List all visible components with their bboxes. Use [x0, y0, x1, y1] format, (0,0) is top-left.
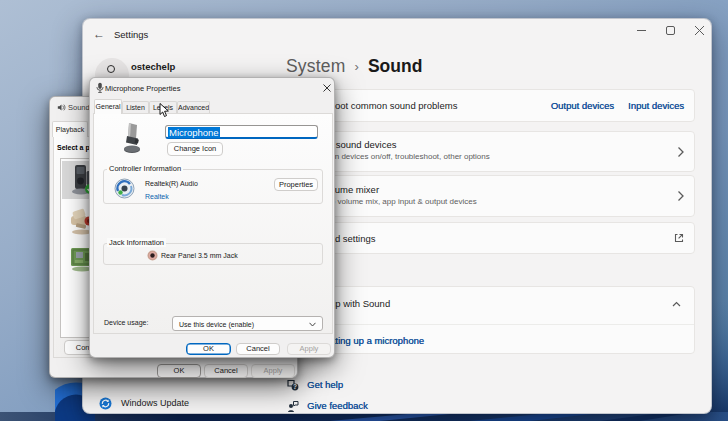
give-feedback-label: Give feedback — [307, 400, 368, 411]
volume-mixer-subtitle: App volume mix, app input & output devic… — [321, 197, 477, 206]
microphone-properties-dialog: Microphone Properties General Listen Lev… — [89, 77, 335, 358]
external-link-icon — [674, 233, 684, 243]
card-all-sound-devices[interactable]: All sound devices Turn devices on/off, t… — [286, 131, 695, 172]
divider — [287, 324, 694, 325]
realtek-link[interactable]: Realtek — [145, 193, 169, 200]
card-help-with-sound: Help with Sound Setting up a microphone — [286, 286, 695, 354]
device-usage-value: Use this device (enable) — [179, 321, 254, 328]
maximize-icon — [666, 26, 675, 35]
minimize-button[interactable] — [628, 21, 654, 39]
sound-ok-button[interactable]: OK — [157, 364, 201, 378]
mic-cancel-button[interactable]: Cancel — [236, 343, 280, 355]
mic-apply-button[interactable]: Apply — [287, 343, 331, 355]
windows-update-icon — [99, 397, 112, 410]
sound-dialog-title: Sound — [68, 103, 90, 112]
minimize-icon — [637, 26, 646, 35]
mouse-cursor — [159, 103, 170, 119]
account-name: ostechelp — [131, 61, 175, 72]
sound-cancel-button[interactable]: Cancel — [204, 364, 248, 378]
chevron-down-icon — [309, 322, 316, 327]
microphone-device-image — [122, 122, 144, 155]
change-icon-button[interactable]: Change Icon — [167, 142, 223, 156]
general-tab-page: Microphone Change Icon Controller Inform… — [93, 113, 333, 334]
give-feedback-link[interactable]: Give feedback — [285, 398, 435, 414]
device-usage-label: Device usage: — [104, 319, 148, 326]
back-button[interactable]: ← — [91, 27, 107, 41]
breadcrumb-separator-icon: › — [355, 59, 359, 74]
get-help-icon: ? — [287, 379, 299, 391]
windows-update-label: Windows Update — [121, 398, 189, 408]
sidebar-item-windows-update[interactable]: Windows Update — [99, 396, 229, 412]
svg-text:?: ? — [293, 383, 297, 390]
breadcrumb: System › Sound — [286, 54, 422, 78]
get-help-link[interactable]: ? Get help — [285, 377, 435, 393]
chevron-up-icon[interactable] — [672, 301, 681, 307]
close-icon — [695, 26, 704, 35]
breadcrumb-system[interactable]: System — [286, 56, 346, 77]
give-feedback-icon — [287, 400, 299, 412]
jack-information-label: Jack Information — [107, 238, 166, 247]
chevron-right-icon — [677, 191, 684, 202]
device-usage-dropdown[interactable]: Use this device (enable) — [172, 316, 323, 331]
controller-information-label: Controller Information — [107, 164, 183, 173]
window-title: Settings — [114, 28, 148, 41]
microphone-icon — [96, 82, 104, 94]
page-title: Sound — [368, 56, 422, 77]
speaker-icon — [57, 103, 66, 112]
card-more-sound-settings[interactable]: More sound settings — [286, 222, 695, 254]
jack-port-icon — [147, 250, 158, 261]
close-icon — [323, 84, 331, 92]
output-devices-link[interactable]: Output devices — [551, 100, 614, 111]
tab-playback[interactable]: Playback — [52, 121, 88, 137]
card-volume-mixer[interactable]: Volume mixer App volume mix, app input &… — [286, 175, 695, 217]
input-devices-link[interactable]: Input devices — [628, 100, 684, 111]
mic-dialog-title: Microphone Properties — [105, 84, 180, 93]
selected-text: Microphone — [168, 127, 220, 138]
jack-description: Rear Panel 3.5 mm Jack — [161, 252, 238, 259]
realtek-audio-icon — [114, 178, 135, 199]
dialog-close-button[interactable] — [319, 81, 335, 95]
card-troubleshoot: Troubleshoot common sound problems Outpu… — [286, 89, 695, 122]
avatar-person-icon — [107, 65, 115, 73]
close-button[interactable] — [686, 21, 712, 39]
device-name-input[interactable]: Microphone — [165, 125, 318, 139]
chevron-right-icon — [677, 146, 684, 157]
mic-ok-button[interactable]: OK — [186, 343, 231, 355]
all-sound-devices-subtitle: Turn devices on/off, troubleshoot, other… — [323, 152, 490, 161]
maximize-button[interactable] — [657, 21, 683, 39]
tab-general[interactable]: General — [94, 99, 122, 114]
screen: ← Settings ostechelp System › Sound — [0, 0, 728, 421]
properties-button[interactable]: Properties — [274, 178, 318, 191]
get-help-label: Get help — [307, 379, 343, 390]
controller-device-name: Realtek(R) Audio — [145, 180, 198, 187]
sound-apply-button[interactable]: Apply — [251, 364, 295, 378]
setting-up-microphone-link[interactable]: Setting up a microphone — [321, 335, 424, 346]
